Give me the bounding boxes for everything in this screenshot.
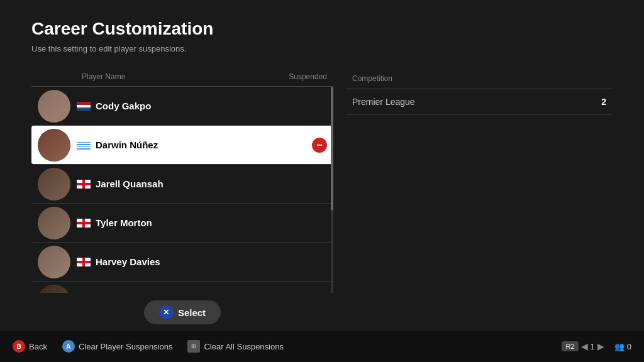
table-row[interactable]: Jarell Quansah [31,165,333,204]
select-label: Select [178,307,206,318]
table-row[interactable]: Trey Nyoni [31,282,333,293]
competition-header: Competition [352,74,392,83]
nav-value: 1 [591,342,595,351]
competition-name: Premier League [352,97,415,107]
avatar [38,207,70,239]
back-action[interactable]: B Back [13,340,47,353]
table-row[interactable]: Harvey Davies [31,243,333,282]
right-panel: Competition Premier League 2 [346,72,613,324]
competition-list: Premier League 2 [346,89,613,324]
player-list: Cody Gakpo Darwin Núñez − [31,87,333,293]
player-name: Jarell Quansah [96,178,327,189]
avatar [38,90,70,123]
bottom-bar: B Back A Clear Player Suspensions ⊞ Clea… [0,331,644,362]
right-column-headers: Competition [346,72,613,89]
list-item[interactable]: Premier League 2 [346,89,613,115]
back-label: Back [29,342,47,351]
right-arrow: ▶ [597,341,604,351]
flag-icon [77,102,91,111]
avatar [38,129,70,162]
player-name: Tyler Morton [96,217,327,228]
player-name: Darwin Núñez [96,140,312,150]
flag-icon [77,180,91,189]
competition-count: 2 [601,97,606,107]
clear-all-label: Clear All Suspensions [204,342,283,351]
a-button-icon: A [62,340,75,353]
avatar [38,285,70,293]
left-arrow: ◀ [581,341,588,351]
column-headers: Player Name Suspended [31,72,333,87]
table-row[interactable]: Cody Gakpo [31,87,333,126]
clear-player-label: Clear Player Suspensions [79,342,173,351]
flag-icon [77,258,91,266]
scrollbar-thumb [331,87,333,211]
content-area: Player Name Suspended Cody Gakpo [31,72,613,324]
table-row[interactable]: Darwin Núñez − [31,126,333,165]
left-panel: Player Name Suspended Cody Gakpo [31,72,333,324]
bottom-right: R2 ◀ 1 ▶ 👥 0 [562,341,631,351]
player-name: Harvey Davies [96,256,327,267]
table-row[interactable]: Tyler Morton [31,204,333,243]
clear-player-action[interactable]: A Clear Player Suspensions [62,340,173,353]
player-name-header: Player Name [82,72,125,81]
main-container: Career Customization Use this setting to… [0,0,644,362]
select-button-container: ✕ Select [31,300,333,324]
group-indicator: 👥 0 [614,342,631,351]
suspended-icon: − [312,138,327,153]
flag-icon [77,141,91,150]
clear-all-action[interactable]: ⊞ Clear All Suspensions [187,340,283,353]
select-button[interactable]: ✕ Select [144,300,221,324]
b-button-icon: B [13,340,25,353]
group-value: 0 [627,342,631,351]
page-title: Career Customization [31,19,613,39]
flag-icon [77,219,91,228]
suspended-header: Suspended [289,72,327,81]
r2-badge: R2 [562,341,578,351]
avatar [38,168,70,200]
player-name: Cody Gakpo [96,101,327,111]
x-icon: ✕ [159,305,173,319]
scrollbar[interactable] [331,87,333,293]
group-icon: 👥 [614,342,625,351]
r2-indicator: R2 ◀ 1 ▶ [562,341,604,351]
avatar [38,246,70,278]
page-subtitle: Use this setting to edit player suspensi… [31,44,613,53]
clear-all-icon: ⊞ [187,340,200,353]
